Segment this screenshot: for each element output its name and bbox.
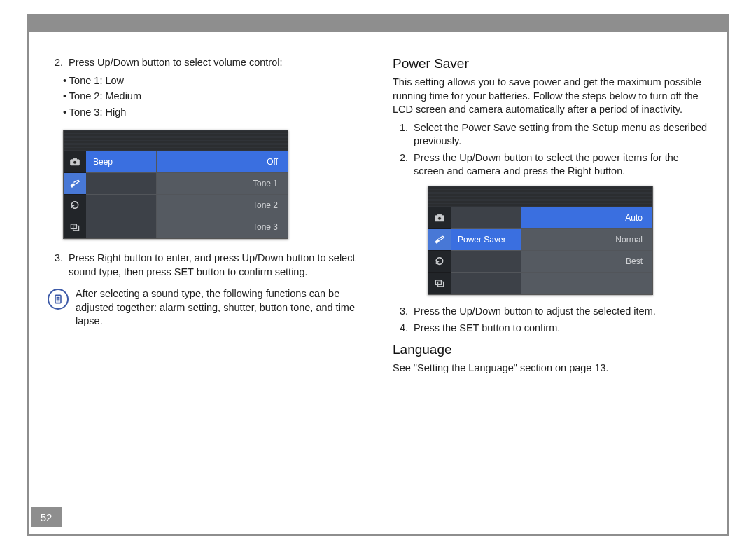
screen-topbar xyxy=(64,130,288,151)
svg-rect-1 xyxy=(74,158,77,160)
step-3: 3. Press Right button to enter, and pres… xyxy=(48,252,363,279)
step-number: 2. xyxy=(48,56,69,70)
ps-step-1: 1. Select the Power Save setting from th… xyxy=(393,121,708,149)
menu-item xyxy=(451,273,521,294)
ps-step-4: 4. Press the SET button to confirm. xyxy=(393,322,708,336)
menu-item xyxy=(86,173,156,195)
list-item: Tone 1: Low xyxy=(63,73,363,88)
menu-value: Tone 2 xyxy=(157,195,288,216)
content: 2. Press Up/Down button to select volume… xyxy=(48,56,708,508)
tab-column xyxy=(64,151,86,238)
section-heading: Language xyxy=(393,342,708,357)
menu-value xyxy=(522,273,652,294)
text-part: Press the xyxy=(414,322,459,334)
menu-value-col: Off Tone 1 Tone 2 Tone 3 xyxy=(157,151,288,238)
svg-point-11 xyxy=(438,216,442,220)
brush-icon xyxy=(428,229,451,251)
step-text: Press Up/Down button to select volume co… xyxy=(69,56,363,70)
power-saver-screenshot: Power Saver Auto Normal Best xyxy=(428,186,708,295)
menu-value: Best xyxy=(522,251,652,273)
step-text: Select the Power Save setting from the S… xyxy=(414,121,708,149)
brush-icon xyxy=(64,173,86,195)
menu-item: Power Saver xyxy=(451,229,521,251)
ps-step-3: 3. Press the Up/Down button to adjust th… xyxy=(393,305,708,319)
text-part: button to confirm. xyxy=(479,322,560,334)
step-number: 3. xyxy=(48,252,69,279)
screen-body: Beep Off Tone 1 Tone 2 Tone 3 xyxy=(64,151,288,238)
set-label: SET xyxy=(459,322,479,334)
menu-label-col: Beep xyxy=(86,151,157,238)
set-label: SET xyxy=(174,266,194,277)
menu-value: Off xyxy=(157,151,288,173)
svg-rect-3 xyxy=(71,224,76,228)
tone-list: Tone 1: Low Tone 2: Medium Tone 3: High xyxy=(48,73,363,120)
note: After selecting a sound type, the follow… xyxy=(48,287,363,329)
screen-topbar xyxy=(428,186,652,207)
step-text: Press the SET button to confirm. xyxy=(414,322,708,336)
menu-item xyxy=(451,251,521,273)
screen-body: Power Saver Auto Normal Best xyxy=(428,207,652,294)
step-text: Press the Up/Down button to select the p… xyxy=(414,151,708,179)
step-number: 3. xyxy=(393,305,414,319)
refresh-icon xyxy=(428,251,451,273)
intro-text: This setting allows you to save power an… xyxy=(393,76,708,117)
svg-rect-4 xyxy=(74,226,79,230)
step-number: 2. xyxy=(393,151,414,179)
step-number: 4. xyxy=(393,322,414,336)
section-heading: Power Saver xyxy=(393,56,708,71)
step-number: 1. xyxy=(393,121,414,149)
note-icon xyxy=(48,289,69,310)
beep-menu-screenshot: Beep Off Tone 1 Tone 2 Tone 3 xyxy=(63,130,363,239)
menu-label-col: Power Saver xyxy=(451,207,522,294)
camera-icon xyxy=(428,207,451,229)
menu-item: Beep xyxy=(86,151,156,173)
svg-point-2 xyxy=(74,160,77,164)
svg-rect-12 xyxy=(435,280,441,284)
overlap-icon xyxy=(64,216,86,238)
note-text: After selecting a sound type, the follow… xyxy=(76,287,363,329)
camera-screen: Power Saver Auto Normal Best xyxy=(428,186,653,295)
step-2: 2. Press Up/Down button to select volume… xyxy=(48,56,363,70)
overlap-icon xyxy=(428,273,451,294)
menu-item xyxy=(86,195,156,216)
page-number: 52 xyxy=(31,507,62,527)
step-text: Press the Up/Down button to adjust the s… xyxy=(414,305,708,319)
camera-icon xyxy=(64,151,86,173)
list-item: Tone 3: High xyxy=(63,104,363,120)
menu-value: Tone 1 xyxy=(157,173,288,195)
text-part: button to confirm setting. xyxy=(194,266,308,277)
right-column: Power Saver This setting allows you to s… xyxy=(393,56,708,508)
svg-rect-10 xyxy=(438,214,442,216)
menu-value: Normal xyxy=(522,229,652,251)
refresh-icon xyxy=(64,195,86,216)
menu-value: Auto xyxy=(522,207,652,229)
left-column: 2. Press Up/Down button to select volume… xyxy=(48,56,363,508)
svg-rect-13 xyxy=(438,282,444,286)
menu-item xyxy=(451,207,521,229)
menu-item xyxy=(86,216,156,238)
list-item: Tone 2: Medium xyxy=(63,88,363,104)
camera-screen: Beep Off Tone 1 Tone 2 Tone 3 xyxy=(63,130,288,239)
language-note: See "Setting the Language" section on pa… xyxy=(393,362,708,376)
menu-value: Tone 3 xyxy=(157,216,288,238)
menu-value-col: Auto Normal Best xyxy=(522,207,652,294)
ps-step-2: 2. Press the Up/Down button to select th… xyxy=(393,151,708,179)
tab-column xyxy=(428,207,451,294)
step-text: Press Right button to enter, and press U… xyxy=(69,252,363,279)
